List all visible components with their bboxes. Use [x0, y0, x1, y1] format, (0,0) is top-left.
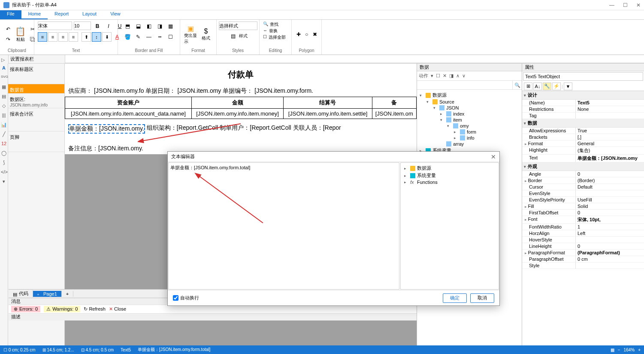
delete-ds-button[interactable]: ✕: [443, 73, 447, 79]
maximize-button[interactable]: ☐: [623, 2, 628, 8]
th-settle[interactable]: 结算号: [284, 97, 372, 109]
find-button[interactable]: 🔍查找: [263, 21, 278, 27]
band-title[interactable]: 报表标题区: [8, 64, 64, 84]
line-tool[interactable]: ╱: [1, 131, 7, 137]
dialog-close-button[interactable]: ✕: [491, 153, 496, 160]
prop-tab-sort-cat[interactable]: ⊞: [524, 82, 532, 90]
dialog-tree[interactable]: ▸数据源 ▸系统变量 ▸fxFunctions: [400, 162, 499, 290]
bold-button[interactable]: B: [93, 21, 102, 31]
property-grid[interactable]: ▾设计 (Name)Text5 RestrictionsNone Tag ▾数据…: [522, 91, 644, 347]
image-tool[interactable]: ▦: [1, 84, 7, 90]
tab-code[interactable]: ▤代码: [9, 290, 33, 297]
zoom-in-button[interactable]: +: [638, 348, 641, 352]
errors-badge[interactable]: ⊗Errors: 0: [11, 306, 40, 312]
fill-color-button[interactable]: 🪣: [123, 32, 132, 42]
band-data-header[interactable]: 数据首: [8, 84, 64, 94]
align-left-button[interactable]: ≡: [38, 32, 47, 42]
minimize-button[interactable]: —: [609, 2, 614, 8]
th-remark[interactable]: 备: [372, 97, 416, 109]
menu-layout[interactable]: Layout: [76, 10, 103, 19]
redo-button[interactable]: ↷: [3, 35, 13, 44]
line-style-button[interactable]: ┅: [155, 32, 164, 42]
new-ds-button[interactable]: ☐: [436, 73, 440, 79]
prop-tab-sort-az[interactable]: A↓: [533, 82, 542, 90]
undo-button[interactable]: ↶: [3, 24, 13, 34]
zoom-out-button[interactable]: −: [618, 348, 620, 352]
close-button[interactable]: ✕: [636, 2, 641, 8]
search-icon[interactable]: 🔍: [512, 81, 522, 89]
border-top-button[interactable]: ⬒: [123, 21, 132, 31]
th-amount[interactable]: 金额: [191, 97, 284, 109]
assoc-field[interactable]: 关联人员：[Repor: [293, 124, 341, 134]
num-tool[interactable]: 12: [1, 141, 7, 147]
prop-tab-filter[interactable]: 🔧: [543, 82, 551, 90]
report-table[interactable]: 资金账户 金额 结算号 备 [JSON.item.omy.info.item.a…: [65, 97, 417, 119]
band-footer[interactable]: 页脚: [8, 131, 64, 152]
border-right-button[interactable]: ◨: [155, 21, 164, 31]
date-label[interactable]: 单据日期：: [145, 87, 175, 95]
no-label[interactable]: 单据编号：: [223, 87, 253, 95]
valign-middle-button[interactable]: ↕: [92, 32, 101, 42]
td-account[interactable]: [JSON.item.omy.info.item.account_data.na…: [65, 109, 192, 119]
view-mode-icon[interactable]: ▦: [611, 348, 614, 352]
dialog-editor[interactable]: 单据金额：[JSON.item.omy.form.total]: [168, 162, 399, 290]
band-data[interactable]: 数据区: JSON.item.omy.info: [8, 94, 64, 108]
data-search-input[interactable]: [417, 81, 512, 89]
warnings-badge[interactable]: ⚠Warnings: 0: [44, 306, 80, 312]
remark-field[interactable]: 备注信息：[JSON.item.omy.: [68, 145, 143, 153]
style-select[interactable]: [219, 21, 257, 30]
polygon-node-button[interactable]: ○: [303, 30, 310, 39]
align-right-button[interactable]: ≡: [58, 32, 68, 42]
selected-text5[interactable]: 单据金额：[JSON.item.omy.: [68, 124, 145, 134]
chart-tool[interactable]: 📊: [1, 122, 7, 128]
menu-home[interactable]: Home: [21, 10, 48, 19]
td-amount[interactable]: [JSON.item.omy.info.item.money]: [191, 109, 284, 119]
valign-bottom-button[interactable]: ⬇: [102, 32, 112, 42]
format-button[interactable]: $ 格式: [199, 24, 213, 45]
prop-tab-events[interactable]: ⚡: [552, 82, 561, 90]
align-justify-button[interactable]: ≡: [69, 32, 78, 42]
size-select[interactable]: [74, 21, 91, 30]
close-msg-button[interactable]: ✕ Close: [109, 306, 126, 312]
tab-page1[interactable]: ▫Page1: [33, 291, 62, 297]
ok-button[interactable]: 确定: [443, 293, 467, 303]
font-select[interactable]: [38, 21, 72, 30]
polygon-del-button[interactable]: ✖: [311, 30, 318, 39]
td-settle[interactable]: [JSON.item.omy.info.item.settle]: [284, 109, 372, 119]
pointer-tool[interactable]: ▷: [0, 57, 6, 63]
wrap-checkbox[interactable]: 自动换行: [173, 295, 199, 301]
text-tool[interactable]: A: [1, 65, 7, 71]
line-color-button[interactable]: ✎: [133, 32, 143, 42]
paste-button[interactable]: 📋 粘贴: [15, 24, 26, 45]
report-title[interactable]: 付款单: [65, 64, 417, 85]
refresh-button[interactable]: ↻ Refresh: [84, 306, 106, 312]
italic-button[interactable]: I: [104, 21, 113, 31]
arc-tool[interactable]: ⟆: [1, 160, 7, 166]
border-all-button[interactable]: ▦: [166, 21, 175, 31]
polygon-add-button[interactable]: ✚: [295, 30, 302, 39]
circle-tool[interactable]: ◯: [1, 150, 7, 156]
replace-button[interactable]: ↔替换: [263, 28, 278, 34]
supplier-label[interactable]: 供应商：: [68, 87, 92, 95]
td-remark[interactable]: [JSON.item.om: [372, 109, 416, 119]
border-bottom-button[interactable]: ⬓: [133, 21, 143, 31]
align-center-button[interactable]: ≡: [48, 32, 57, 42]
actions-dropdown-icon[interactable]: ▾: [431, 73, 433, 79]
shape-tool[interactable]: ◇: [1, 103, 7, 109]
highlight-button[interactable]: ▣ 突出显示: [184, 24, 197, 45]
prop-tab-filter2[interactable]: ▼: [564, 82, 572, 90]
more-tool[interactable]: ▾: [1, 179, 7, 185]
tab-add[interactable]: +: [62, 291, 73, 297]
valign-top-button[interactable]: ⬆: [82, 32, 91, 42]
maker-field[interactable]: 制单用户：[Report.GetColl: [220, 124, 291, 134]
up-button[interactable]: ∧: [456, 73, 460, 79]
border-none-button[interactable]: ☐: [166, 32, 175, 42]
down-button[interactable]: ∨: [462, 73, 466, 79]
th-account[interactable]: 资金账户: [65, 97, 192, 109]
style-icon[interactable]: ▤: [228, 31, 238, 41]
code-tool[interactable]: </>: [1, 169, 7, 175]
edit-ds-button[interactable]: ◨: [449, 73, 454, 79]
menu-report[interactable]: Report: [48, 10, 76, 19]
band-summary[interactable]: 报表合计区: [8, 108, 64, 131]
selectall-button[interactable]: ☐选择全部: [263, 34, 286, 40]
